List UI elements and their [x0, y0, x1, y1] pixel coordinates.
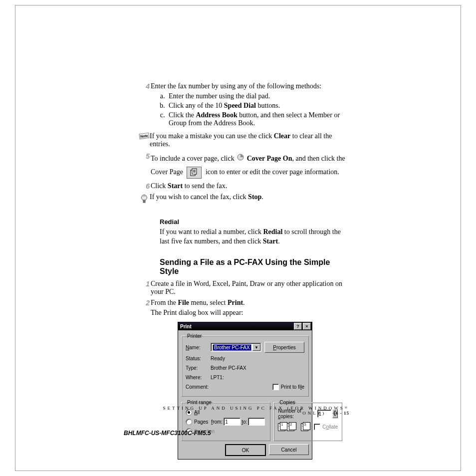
running-footer: SETTING UP AND USING PC FAX (FOR WINDOWS…	[150, 406, 349, 416]
cover-page-on-icon	[237, 152, 244, 166]
printer-name-dropdown[interactable]: Brother PC-FAX ▼	[211, 343, 261, 352]
section-heading: Sending a File as a PC-FAX Using the Sim…	[160, 258, 349, 276]
step-4-sublist: Enter the number using the dial pad. Cli…	[156, 92, 349, 127]
step-number: 4	[141, 82, 150, 90]
step-number: 2	[141, 299, 150, 307]
printer-group: Printer Name: Brother PC-FAX ▼ Propertie…	[181, 333, 309, 397]
name-label: Name:	[186, 345, 211, 350]
lightbulb-icon	[139, 193, 150, 205]
note-clear: Note If you make a mistake you can use t…	[139, 132, 349, 148]
document-id: BHLMFC-US-MFC3100C-FM5.5	[124, 430, 211, 437]
ok-button[interactable]: OK	[225, 444, 266, 456]
printer-legend: Printer	[186, 333, 203, 339]
redial-para: If you want to redial a number, click Re…	[160, 228, 349, 246]
tip-stop: If you wish to cancel the fax, click Sto…	[139, 193, 349, 205]
where-value: LPT1:	[211, 375, 224, 380]
copies-legend: Copies	[278, 400, 296, 405]
type-label: Type:	[186, 365, 211, 371]
step-4-text: Enter the fax number by using any of the…	[151, 82, 321, 90]
print-range-legend: Print range	[186, 400, 213, 405]
help-button[interactable]: ?	[294, 323, 302, 330]
sec-step-2: 2 From the File menu, select Print. The …	[150, 299, 349, 317]
sec-step-1: 1 Create a file in Word, Excel, Paint, D…	[150, 280, 349, 296]
dialog-titlebar: Print ? ×	[178, 322, 312, 330]
step-number: 6	[141, 182, 150, 190]
from-input[interactable]: 1	[224, 418, 240, 426]
print-to-file-label: Print to file	[281, 384, 304, 390]
step-5: 5 To include a cover page, click Cover P…	[150, 152, 349, 179]
step-6: 6 Click Start to send the fax.	[150, 182, 349, 190]
collate-icon: 11 22	[278, 422, 298, 431]
step-number: 5	[141, 152, 150, 160]
cover-page-edit-icon	[187, 167, 202, 179]
step-number: 1	[141, 280, 150, 288]
step-4: 4 Enter the fax number by using any of t…	[150, 82, 349, 129]
cancel-button[interactable]: Cancel	[269, 444, 309, 455]
collate-checkbox[interactable]	[314, 424, 320, 430]
where-label: Where:	[186, 375, 211, 380]
status-label: Status:	[186, 356, 211, 361]
comment-label: Comment:	[186, 384, 211, 390]
print-dialog: Print ? × Printer Name: Brother PC-FAX ▼	[178, 322, 312, 460]
collate-icon: 33	[301, 422, 311, 431]
radio-pages[interactable]	[186, 419, 192, 425]
print-to-file-checkbox[interactable]	[272, 384, 279, 390]
step-4a: Enter the number using the dial pad.	[167, 92, 349, 100]
note-icon: Note	[139, 133, 150, 140]
step-4c: Click the Address Book button, and then …	[167, 111, 349, 127]
status-value: Ready	[211, 356, 225, 361]
close-button[interactable]: ×	[303, 323, 311, 330]
main-content: 4 Enter the fax number by using any of t…	[150, 82, 349, 460]
to-input[interactable]	[248, 418, 265, 426]
redial-heading: Redial	[160, 218, 349, 226]
properties-button[interactable]: Properties	[264, 342, 304, 353]
step-4b: Click any of the 10 Speed Dial buttons.	[167, 102, 349, 110]
dialog-title: Print	[180, 324, 192, 329]
type-value: Brother PC-FAX	[211, 365, 246, 371]
chevron-down-icon[interactable]: ▼	[252, 344, 260, 351]
